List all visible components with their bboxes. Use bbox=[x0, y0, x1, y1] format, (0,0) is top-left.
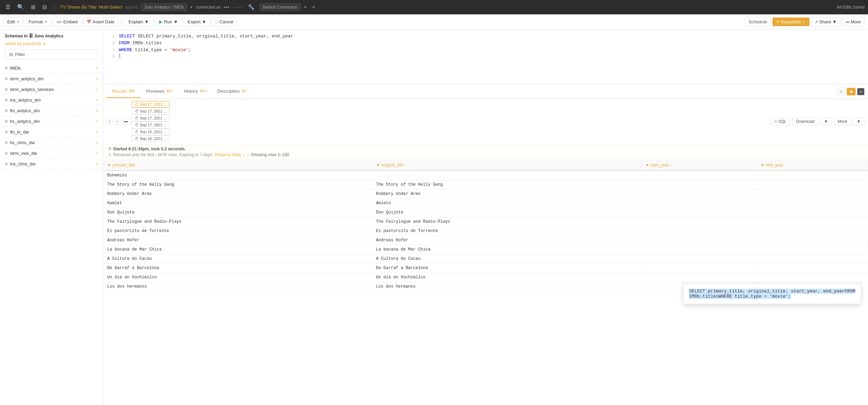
explain-button[interactable]: Explain ▼ bbox=[124, 17, 153, 26]
col-header-end_year[interactable]: ▼end_year↕ bbox=[756, 160, 868, 171]
cell-r7-c2 bbox=[641, 236, 756, 245]
search-icon[interactable]: 🔍 bbox=[15, 2, 26, 12]
republish-button[interactable]: ⟳ Republish ▼ bbox=[772, 18, 810, 26]
cell-r8-c2 bbox=[641, 245, 756, 254]
apps-icon[interactable]: ⊞ bbox=[29, 2, 37, 12]
rows-prev-btn[interactable]: ‹ bbox=[242, 152, 245, 158]
schema-name: ⊞ hc_anlytcs_dm bbox=[5, 119, 40, 124]
sidebar-item-strm_anlytcs_dm[interactable]: ⊞ strm_anlytcs_dm › bbox=[0, 73, 103, 84]
edit-button[interactable]: Edit ▼ bbox=[3, 17, 23, 26]
results-shortcut: ⌘E bbox=[129, 89, 135, 93]
history-next[interactable]: › bbox=[114, 118, 120, 125]
col-sort-icon: ↕ bbox=[784, 163, 786, 167]
warning-icon: ⚠ bbox=[108, 152, 112, 157]
sql-editor[interactable]: 1 SELECT SELECT primary_title, original_… bbox=[103, 30, 868, 84]
format-button[interactable]: Format ▼ bbox=[25, 17, 51, 26]
cancel-button[interactable]: ☐ Cancel bbox=[211, 17, 237, 26]
db-connection[interactable]: Juno Analytics / IMDb bbox=[141, 3, 187, 11]
filter-triangle: ▼ bbox=[107, 163, 111, 167]
download-btn[interactable]: Download bbox=[792, 118, 818, 125]
schema-name: ⊞ IMDb bbox=[5, 66, 21, 71]
sql-select-cols: SELECT primary_title, original_title, st… bbox=[138, 34, 293, 39]
schema-expand-arrow: › bbox=[96, 108, 98, 113]
cell-r10-c3 bbox=[756, 264, 868, 273]
history-tab-3[interactable]: ⏱Sep 17, 2021 ... bbox=[132, 121, 170, 128]
schema-name: ⊞ hc_clms_dw bbox=[5, 140, 35, 145]
schema-list: ⊞ IMDb › ⊞ strm_anlytcs_dm › ⊞ strm_anly… bbox=[0, 63, 103, 169]
schedule-label: Schedule bbox=[748, 19, 767, 24]
sidebar-item-fin_anlytcs_dm[interactable]: ⊞ fin_anlytcs_dm › bbox=[0, 105, 103, 116]
schema-expand-arrow: › bbox=[96, 161, 98, 166]
export-button[interactable]: Export ▼ bbox=[184, 17, 210, 26]
cell-r2-c0: Robbery Under Arms bbox=[103, 189, 372, 199]
menu-icon[interactable]: ☰ bbox=[3, 2, 12, 12]
schema-expand-arrow: › bbox=[96, 65, 98, 71]
sql-btn[interactable]: = SQL bbox=[771, 118, 790, 125]
sidebar-item-strm_vws_dw[interactable]: ⊞ strm_vws_dw › bbox=[0, 148, 103, 159]
clock-icon-small: ⏱ bbox=[135, 130, 138, 134]
results-label: Results bbox=[112, 89, 127, 94]
preserve-data-link[interactable]: Preserve Data bbox=[214, 152, 241, 157]
history-prev[interactable]: ‹ bbox=[107, 118, 113, 125]
sort-by-value[interactable]: popularity bbox=[23, 41, 41, 46]
default-connection[interactable]: Default Connection bbox=[259, 3, 301, 11]
tab-history[interactable]: History ⌘H bbox=[178, 85, 212, 98]
share-button[interactable]: ↗ Share ▼ bbox=[811, 17, 841, 26]
more-results-btn[interactable]: More bbox=[834, 118, 851, 125]
sidebar-item-ins_anlytcs_dm[interactable]: ⊞ ins_anlytcs_dm › bbox=[0, 95, 103, 105]
history-tab-5[interactable]: ⏱Sep 16, 2021 ... bbox=[132, 135, 170, 142]
export-chevron: ▼ bbox=[202, 19, 206, 24]
schema-expand-arrow: › bbox=[96, 97, 98, 103]
sidebar-item-strm_anlytcs_services[interactable]: ⊞ strm_anlytcs_services › bbox=[0, 84, 103, 95]
insert-date-button[interactable]: 📅 Insert Date bbox=[83, 17, 119, 26]
schedule-button[interactable]: Schedule bbox=[745, 17, 771, 26]
sidebar-item-ins_clms_dw[interactable]: ⊞ ins_clms_dw › bbox=[0, 159, 103, 169]
schema-name: ⊞ ins_clms_dw bbox=[5, 161, 35, 166]
embed-button[interactable]: </> Embed bbox=[53, 17, 81, 26]
run-button[interactable]: ▶ Run ▼ bbox=[155, 17, 182, 26]
wrench-icon[interactable]: 🔧 bbox=[246, 2, 257, 12]
share-icon: ↗ bbox=[815, 20, 818, 24]
table-row: The Fairylogue and Radio-PlaysThe Fairyl… bbox=[103, 217, 868, 227]
filter-button[interactable]: ⊟ Filter bbox=[5, 49, 98, 59]
sidebar-item-IMDb[interactable]: ⊞ IMDb › bbox=[0, 63, 103, 73]
tab-results[interactable]: Results ⌘E bbox=[107, 85, 141, 98]
sidebar-item-hc_clms_dw[interactable]: ⊞ hc_clms_dw › bbox=[0, 137, 103, 148]
cell-r10-c1: De Garraf a Barcelona bbox=[372, 264, 641, 273]
history-tab-0[interactable]: ⏱Sep 17, 2021 ... bbox=[132, 101, 170, 108]
history-tab-2[interactable]: ⏱Sep 17, 2021 ... bbox=[132, 115, 170, 121]
sidebar-item-hc_anlytcs_dm[interactable]: ⊞ hc_anlytcs_dm › bbox=[0, 116, 103, 127]
col-header-primary_title[interactable]: ▼primary_title↕ bbox=[103, 160, 372, 171]
more-button[interactable]: ••• More bbox=[842, 17, 865, 26]
insert-date-label: Insert Date bbox=[93, 19, 115, 24]
tooltip-selected-text2: IMDb.titlesWHERE title_type = 'movie'; bbox=[689, 294, 791, 299]
history-tab-4[interactable]: ⏱Sep 16, 2021 ... bbox=[132, 128, 170, 135]
col-header-original_title[interactable]: ▼original_title↕ bbox=[372, 160, 641, 171]
schema-grid-icon: ⊞ bbox=[5, 119, 8, 124]
rows-next-btn[interactable]: › bbox=[247, 152, 250, 158]
history-tab-1[interactable]: ⏱Sep 17, 2021 ... bbox=[132, 108, 170, 115]
plus-icon[interactable]: + bbox=[310, 3, 317, 11]
tab-previews[interactable]: Previews ⌘P bbox=[141, 85, 178, 98]
cell-r4-c0: Don Quijote bbox=[103, 208, 372, 217]
tab-description[interactable]: Description ⌘I bbox=[212, 85, 252, 98]
schema-expand-arrow: › bbox=[96, 129, 98, 135]
table-row: El pastorcito de TorrenteEl pastorcito d… bbox=[103, 227, 868, 236]
grid-icon[interactable]: ⊟ bbox=[40, 2, 49, 12]
col-sort-icon: ↕ bbox=[670, 163, 672, 167]
history-more[interactable]: ••• bbox=[121, 118, 130, 125]
cell-r10-c0: De Garraf a Barcelona bbox=[103, 264, 372, 273]
col-header-start_year[interactable]: ▼start_year↕ bbox=[641, 160, 756, 171]
cell-r10-c2 bbox=[641, 264, 756, 273]
results-toolbar: ‹ › ••• ⏱Sep 17, 2021 ...⏱Sep 17, 2021 .… bbox=[103, 99, 868, 144]
data-table-wrap[interactable]: ▼primary_title↕▼original_title↕▼start_ye… bbox=[103, 160, 868, 405]
sidebar-item-fin_tx_dw[interactable]: ⊞ fin_tx_dw › bbox=[0, 127, 103, 137]
connected-as-label: connected as bbox=[196, 5, 221, 10]
download-chevron[interactable]: ▼ bbox=[820, 118, 832, 125]
view-btn-white[interactable]: □ bbox=[837, 88, 845, 95]
schema-name: ⊞ fin_tx_dw bbox=[5, 129, 29, 135]
more-results-chevron[interactable]: ▼ bbox=[853, 118, 865, 125]
view-btn-dark[interactable]: ▪ bbox=[857, 88, 865, 95]
view-btn-orange[interactable]: ■ bbox=[847, 88, 855, 95]
previews-label: Previews bbox=[146, 89, 165, 94]
